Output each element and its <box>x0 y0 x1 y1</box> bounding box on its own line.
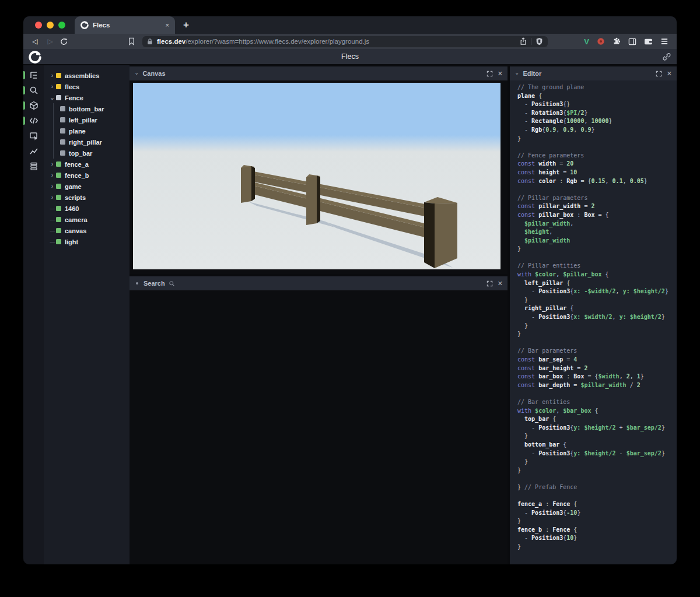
close-icon[interactable]: ✕ <box>667 70 672 78</box>
divider <box>531 38 531 45</box>
tree-collapsed-icon[interactable]: › <box>48 194 56 201</box>
entity-square-icon <box>56 206 61 211</box>
tree-item-fence_a[interactable]: ›fence_a <box>44 159 130 170</box>
code-line: const height = 10 <box>517 168 677 177</box>
tree-item-assemblies[interactable]: ›assemblies <box>44 70 130 81</box>
sidebar-code-icon[interactable] <box>23 116 44 125</box>
fullscreen-icon[interactable] <box>487 280 493 287</box>
editor-panel-header[interactable]: ⌄ Editor ✕ <box>510 66 677 80</box>
tree-collapsed-icon[interactable]: › <box>48 161 56 167</box>
close-icon[interactable]: ✕ <box>498 70 503 78</box>
red-extension-icon[interactable] <box>597 37 605 45</box>
code-line: - Position3{} <box>517 100 677 109</box>
wallet-icon[interactable] <box>644 38 653 45</box>
minimize-window-button[interactable] <box>47 22 54 29</box>
canvas-panel-header[interactable]: ⌄ Canvas ✕ <box>130 66 508 80</box>
search-panel-header[interactable]: Search ✕ <box>130 276 508 290</box>
tree-item-flecs[interactable]: ›flecs <box>44 81 130 92</box>
close-icon[interactable]: ✕ <box>498 280 503 287</box>
vue-devtools-icon[interactable]: V <box>584 37 589 46</box>
share-link-icon[interactable] <box>662 52 671 61</box>
url-host: flecs.dev <box>157 38 186 45</box>
code-line: const width = 20 <box>517 160 677 168</box>
flecs-favicon-icon <box>80 21 89 29</box>
tree-expanded-icon[interactable]: ⌄ <box>48 94 56 101</box>
extension-icons: V <box>584 37 668 46</box>
tree-collapsed-icon[interactable]: › <box>48 72 56 79</box>
tree-item-scripts[interactable]: ›scripts <box>44 192 130 203</box>
code-line <box>517 475 677 483</box>
brave-shield-icon[interactable] <box>536 37 543 45</box>
chevron-down-icon[interactable]: ⌄ <box>134 69 139 76</box>
tree-collapsed-icon[interactable]: › <box>48 183 56 189</box>
browser-window: Flecs × + ◁ ▷ flecs.dev /explorer/?wasm=… <box>23 16 677 564</box>
code-line <box>517 492 677 501</box>
middle-pillar <box>306 175 317 225</box>
entity-square-icon <box>56 184 61 189</box>
tree-item-bottom_bar[interactable]: bottom_bar <box>44 103 130 114</box>
url-path: /explorer/?wasm=https://www.flecs.dev/ex… <box>186 38 520 45</box>
tree-item-Fence[interactable]: ⌄Fence <box>44 92 130 103</box>
sidebar-cube-icon[interactable] <box>23 101 44 110</box>
tree-item-plane[interactable]: plane <box>44 125 130 136</box>
code-line: - Rotation3{$PI/2} <box>517 109 677 118</box>
share-icon[interactable] <box>520 37 527 45</box>
tree-item-camera[interactable]: —camera <box>44 214 130 225</box>
entity-square-icon <box>56 217 61 222</box>
tree-item-1460[interactable]: —1460 <box>44 203 130 214</box>
tree-item-light[interactable]: —light <box>44 236 130 247</box>
fullscreen-icon[interactable] <box>487 71 493 77</box>
bookmark-icon[interactable] <box>128 37 135 45</box>
code-line: right_pillar { <box>517 304 677 313</box>
extensions-puzzle-icon[interactable] <box>612 37 621 45</box>
code-line <box>517 389 677 398</box>
code-line: fence_a : Fence { <box>517 500 677 509</box>
tree-collapsed-icon[interactable]: › <box>48 172 56 178</box>
right-pillar <box>424 202 435 268</box>
sidebar-layers-icon[interactable] <box>23 161 44 171</box>
url-bar[interactable]: flecs.dev /explorer/?wasm=https://www.fl… <box>142 36 548 47</box>
code-line: // Pillar entities <box>517 262 677 271</box>
code-line: top_bar { <box>517 415 677 424</box>
active-indicator <box>23 86 25 94</box>
sidebar-search-icon[interactable] <box>23 86 44 95</box>
code-line: } <box>517 322 677 331</box>
sidebar-chart-icon[interactable] <box>23 146 44 156</box>
sidebar-tree-outline-icon[interactable] <box>23 71 44 80</box>
entity-square-icon <box>56 161 61 167</box>
flecs-logo-icon[interactable] <box>29 51 41 64</box>
code-line: $pillar_width <box>517 237 677 245</box>
tree-guide <box>53 136 60 148</box>
collapsed-dot-icon[interactable] <box>136 282 138 285</box>
tree-collapsed-icon[interactable]: › <box>48 83 56 90</box>
code-editor[interactable]: // The ground planeplane { - Position3{}… <box>510 80 677 564</box>
side-panel-icon[interactable] <box>628 38 636 45</box>
tree-item-fence_b[interactable]: ›fence_b <box>44 170 130 181</box>
back-icon[interactable]: ◁ <box>29 37 41 45</box>
new-tab-button[interactable]: + <box>183 19 189 31</box>
menu-icon[interactable] <box>660 38 668 45</box>
sidebar-inspector-icon[interactable] <box>23 131 44 141</box>
canvas-3d-view[interactable] <box>130 80 508 274</box>
active-indicator <box>23 101 25 110</box>
code-line: plane { <box>517 92 677 101</box>
zoom-window-button[interactable] <box>58 22 65 29</box>
forward-icon[interactable]: ▷ <box>44 37 56 45</box>
tree-item-top_bar[interactable]: top_bar <box>44 148 130 159</box>
reload-icon[interactable] <box>60 37 68 46</box>
tree-item-game[interactable]: ›game <box>44 181 130 192</box>
tree-item-canvas[interactable]: —canvas <box>44 225 130 236</box>
chevron-down-icon[interactable]: ⌄ <box>514 69 519 76</box>
fullscreen-icon[interactable] <box>656 71 662 77</box>
tree-item-left_pillar[interactable]: left_pillar <box>44 114 130 125</box>
search-results-area[interactable] <box>130 290 508 564</box>
tree-item-label: canvas <box>65 227 86 234</box>
tree-item-label: fence_b <box>65 172 89 179</box>
code-line: const bar_depth = $pillar_width / 2 <box>517 381 677 390</box>
close-window-button[interactable] <box>35 22 42 29</box>
fence-3d-scene <box>133 83 501 269</box>
tree-item-right_pillar[interactable]: right_pillar <box>44 136 130 148</box>
tree-guide <box>53 125 60 136</box>
close-tab-icon[interactable]: × <box>166 22 169 29</box>
browser-tab[interactable]: Flecs × <box>75 16 175 34</box>
